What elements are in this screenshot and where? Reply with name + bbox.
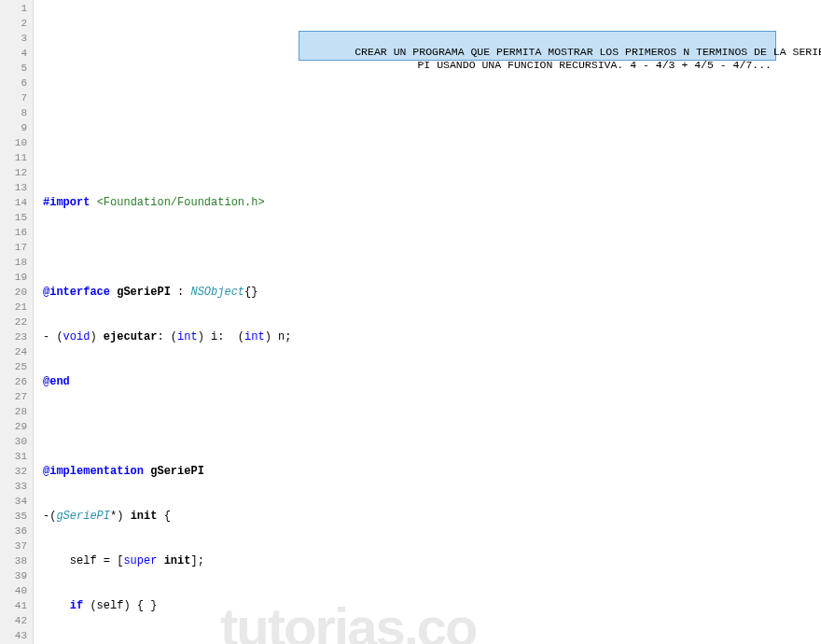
line-number: 5 — [0, 61, 27, 76]
line-number: 26 — [0, 374, 27, 389]
line-number: 15 — [0, 210, 27, 225]
line-number: 14 — [0, 195, 27, 210]
line-number: 23 — [0, 329, 27, 344]
line-number: 2 — [0, 16, 27, 31]
line-number: 7 — [0, 91, 27, 105]
line-number: 11 — [0, 150, 27, 165]
code-editor: 1 2 3 4 5 6 7 8 9 10 11 12 13 14 15 16 1… — [0, 0, 821, 644]
line-number: 17 — [0, 240, 27, 255]
line-number: 30 — [0, 434, 27, 449]
line-number: 16 — [0, 225, 27, 240]
line-number: 21 — [0, 300, 27, 315]
line-number: 4 — [0, 46, 27, 61]
line-number: 10 — [0, 135, 27, 150]
line-number: 29 — [0, 419, 27, 434]
line-number: 19 — [0, 270, 27, 285]
code-line — [43, 105, 821, 120]
line-number: 35 — [0, 509, 27, 524]
line-number: 33 — [0, 479, 27, 494]
line-number: 6 — [0, 76, 27, 91]
line-number: 28 — [0, 404, 27, 419]
banner-line1: CREAR UN PROGRAMA QUE PERMITA MOSTRAR LO… — [355, 46, 821, 58]
code-line: self = [super init]; — [43, 553, 821, 568]
code-line: #import <Foundation/Foundation.h> — [43, 195, 821, 210]
code-line — [43, 240, 821, 255]
line-number: 40 — [0, 583, 27, 598]
line-number: 38 — [0, 553, 27, 568]
code-line — [43, 150, 821, 165]
line-number: 36 — [0, 524, 27, 539]
code-area[interactable]: CREAR UN PROGRAMA QUE PERMITA MOSTRAR LO… — [34, 0, 821, 644]
code-line: @implementation gSeriePI — [43, 464, 821, 479]
code-line: -(gSeriePI*) init { — [43, 509, 821, 524]
line-number: 32 — [0, 464, 27, 479]
line-number-gutter: 1 2 3 4 5 6 7 8 9 10 11 12 13 14 15 16 1… — [0, 0, 34, 644]
line-number: 39 — [0, 568, 27, 583]
watermark-text: tutorias.co — [220, 620, 477, 635]
line-number: 3 — [0, 31, 27, 46]
highlighted-comment: CREAR UN PROGRAMA QUE PERMITA MOSTRAR LO… — [299, 1, 776, 91]
banner-line2: PI USANDO UNA FUNCION RECURSIVA. 4 - 4/3… — [303, 59, 772, 72]
code-line: @end — [43, 374, 821, 389]
line-number: 12 — [0, 165, 27, 180]
code-line: @interface gSeriePI : NSObject{} — [43, 285, 821, 300]
line-number: 25 — [0, 359, 27, 374]
line-number: 42 — [0, 613, 27, 628]
line-number: 1 — [0, 1, 27, 16]
line-number: 22 — [0, 315, 27, 329]
line-number: 37 — [0, 539, 27, 553]
code-line: if (self) { } — [43, 598, 821, 613]
line-number: 31 — [0, 449, 27, 464]
line-number: 9 — [0, 120, 27, 135]
line-number: 20 — [0, 285, 27, 300]
line-number: 43 — [0, 628, 27, 643]
line-number: 27 — [0, 389, 27, 404]
code-line: - (void) ejecutar: (int) i: (int) n; — [43, 329, 821, 344]
line-number: 34 — [0, 494, 27, 509]
code-line — [43, 419, 821, 434]
line-number: 8 — [0, 105, 27, 120]
line-number: 13 — [0, 180, 27, 195]
line-number: 41 — [0, 598, 27, 613]
line-number: 24 — [0, 344, 27, 359]
line-number: 18 — [0, 255, 27, 270]
